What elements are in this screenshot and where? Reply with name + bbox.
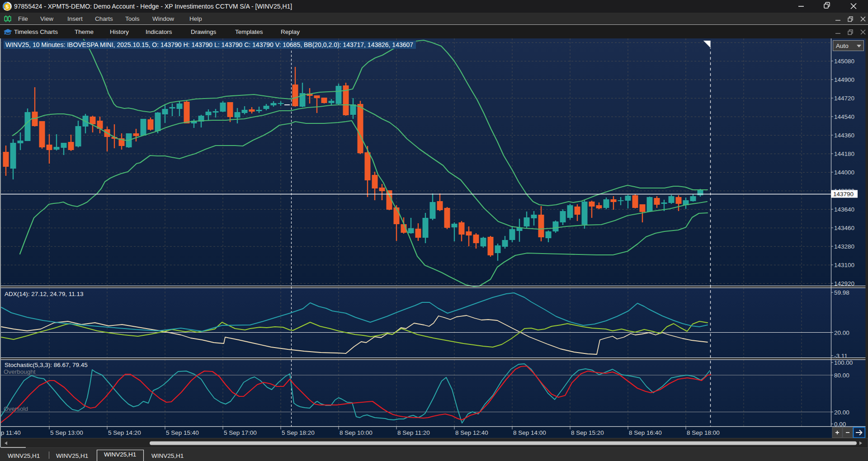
svg-text:5 Sep 17:00: 5 Sep 17:00 [224,429,257,436]
svg-text:143460: 143460 [834,225,854,231]
svg-text:8 Sep 14:00: 8 Sep 14:00 [513,429,546,436]
svg-text:143280: 143280 [834,243,854,250]
svg-text:143640: 143640 [834,206,854,213]
svg-text:WINV25, 10 Minutes: IBOVESPA M: WINV25, 10 Minutes: IBOVESPA MINI, 2025.… [5,41,413,48]
svg-text:144360: 144360 [834,132,854,139]
svg-text:5 Sep 14:20: 5 Sep 14:20 [108,429,141,436]
svg-text:145080: 145080 [834,58,854,65]
svg-text:143100: 143100 [834,262,854,268]
svg-text:Stochastic(5,3,3): 86.67, 79.: Stochastic(5,3,3): 86.67, 79.45 [5,362,88,368]
svg-text:8 Sep 16:40: 8 Sep 16:40 [629,429,662,436]
svg-text:0.00: 0.00 [834,421,846,428]
svg-text:WINV25,H1: WINV25,H1 [151,452,184,459]
svg-text:144180: 144180 [834,151,854,157]
svg-text:5 Sep 13:00: 5 Sep 13:00 [50,429,83,436]
svg-text:Auto: Auto [836,42,849,49]
svg-text:Overbought: Overbought [4,368,36,375]
svg-text:144000: 144000 [834,169,854,176]
svg-text:5: 5 [6,4,9,9]
svg-text:WINV25,H1: WINV25,H1 [56,452,88,459]
svg-text:ADX(14): 27.12, 24.79, 11.13: ADX(14): 27.12, 24.79, 11.13 [5,291,84,297]
svg-text:144540: 144540 [834,113,854,120]
svg-text:5 Sep 18:20: 5 Sep 18:20 [282,429,315,436]
svg-text:143790: 143790 [833,191,854,198]
svg-text:20.00: 20.00 [834,329,849,336]
svg-text:142920: 142920 [834,280,854,287]
svg-text:Oversold: Oversold [4,405,28,412]
svg-text:8 Sep 11:20: 8 Sep 11:20 [397,429,430,436]
svg-text:8 Sep 18:00: 8 Sep 18:00 [687,429,720,436]
svg-text:80.00: 80.00 [834,372,849,379]
svg-text:144720: 144720 [834,95,854,102]
svg-text:100.00: 100.00 [834,359,853,366]
svg-text:-3.11: -3.11 [834,353,848,359]
svg-text:WINV25,H1: WINV25,H1 [104,451,136,458]
svg-text:WINV25,H1: WINV25,H1 [8,452,40,459]
svg-text:20.00: 20.00 [834,409,849,416]
svg-text:59.98: 59.98 [834,289,849,296]
svg-text:8 Sep 15:20: 8 Sep 15:20 [571,429,604,436]
svg-text:5 Sep 11:40: 5 Sep 11:40 [0,429,21,436]
svg-text:5 Sep 15:40: 5 Sep 15:40 [166,429,199,436]
svg-text:8 Sep 10:00: 8 Sep 10:00 [340,429,373,436]
svg-text:144900: 144900 [834,76,854,83]
svg-text:8 Sep 12:40: 8 Sep 12:40 [455,429,488,436]
